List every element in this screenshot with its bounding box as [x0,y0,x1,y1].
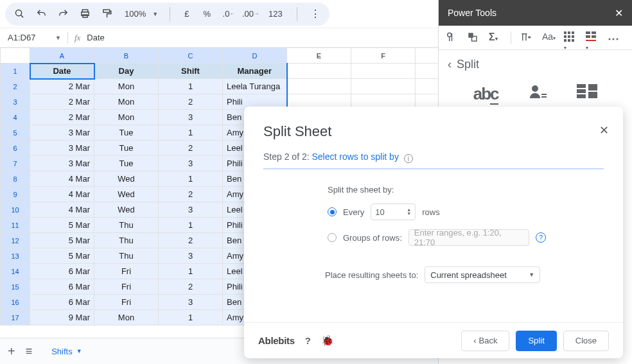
zoom-dropdown[interactable]: 100% ▼ [122,9,158,19]
cell[interactable]: 6 Mar [30,264,94,279]
cell[interactable]: 3 [159,156,223,171]
row-header[interactable]: 13 [1,248,30,264]
split-names-icon[interactable] [529,84,547,104]
option-groups-row[interactable]: Groups of rows: Enter ranges, e.g. 1:20,… [328,229,546,246]
close-button[interactable]: Close [563,331,609,351]
col-header[interactable]: A [30,48,94,64]
name-box[interactable]: A1:D67 [5,31,51,44]
row-header[interactable]: 17 [1,310,30,325]
row-header[interactable]: 8 [1,171,30,187]
col-header[interactable]: E [287,48,351,64]
dedupe-tool-icon[interactable] [467,31,480,44]
cell[interactable]: 2 Mar [30,110,94,125]
row-header[interactable]: 11 [1,218,30,233]
split-text-icon[interactable]: abc [473,84,498,104]
cell[interactable]: 2 [159,233,223,248]
cell[interactable]: Fri [94,279,159,295]
close-icon[interactable]: ✕ [599,123,609,137]
cell[interactable]: 3 Mar [30,141,94,156]
cell[interactable]: 1 [159,218,223,233]
print-icon[interactable] [78,8,91,21]
groups-input[interactable]: Enter ranges, e.g. 1:20, 21:70 [408,229,529,246]
cell[interactable]: 2 Mar [30,79,94,94]
row-header[interactable]: 14 [1,264,30,279]
select-all-corner[interactable] [1,48,30,64]
fx-icon[interactable]: fx [75,33,80,43]
col-header[interactable] [416,48,439,64]
text-tool-icon[interactable] [520,31,533,44]
row-header[interactable]: 1 [1,64,30,79]
cell[interactable]: Date [30,64,94,79]
panel-breadcrumb[interactable]: ‹ Split [439,50,632,79]
cell[interactable]: Mon [94,310,159,325]
number-format-dropdown[interactable]: 123 [266,9,285,19]
cell[interactable] [351,64,416,79]
cell[interactable] [287,79,351,94]
chevron-down-icon[interactable]: ▼ [55,35,61,41]
help-icon[interactable]: ? [536,232,546,243]
step-link[interactable]: Select rows to split by [312,152,399,162]
cell[interactable]: 5 Mar [30,248,94,264]
cell[interactable]: 3 [159,295,223,310]
redo-icon[interactable] [57,8,69,21]
cell[interactable] [287,64,351,79]
cell[interactable] [416,79,439,94]
cell[interactable]: 2 [159,187,223,202]
percent-button[interactable]: % [200,9,213,19]
row-header[interactable]: 16 [1,295,30,310]
row-header[interactable]: 10 [1,202,30,218]
increase-decimal-icon[interactable]: .00→ [244,8,257,21]
font-tool-icon[interactable]: Aa▾ [542,31,555,44]
cell[interactable]: 2 [159,94,223,110]
cell[interactable]: Shift [159,64,223,79]
cell[interactable]: 4 Mar [30,202,94,218]
col-header[interactable]: C [159,48,223,64]
cell[interactable]: Mon [94,110,159,125]
sheet-tab-active[interactable]: Shifts ▼ [42,342,91,361]
cell[interactable]: Manager [223,64,287,79]
cell[interactable]: 3 [159,202,223,218]
info-icon[interactable]: i [404,154,413,163]
row-header[interactable]: 12 [1,233,30,248]
cell[interactable]: Leela Turanga [223,79,287,94]
row-header[interactable]: 3 [1,94,30,110]
smart-tool-icon[interactable] [445,31,458,44]
bug-icon[interactable]: 🐞 [321,334,334,347]
split-button[interactable]: Split [516,331,556,351]
row-header[interactable]: 2 [1,79,30,94]
clear-tool-icon[interactable]: ▾ [586,31,599,44]
cell[interactable]: 1 [159,171,223,187]
search-icon[interactable] [13,8,26,21]
row-header[interactable]: 4 [1,110,30,125]
cell[interactable]: Thu [94,248,159,264]
cell[interactable] [416,64,439,79]
currency-button[interactable]: £ [182,9,191,19]
option-every-row[interactable]: Every 10 ▲▼ rows [328,204,546,220]
sum-tool-icon[interactable]: Σ▾ [489,31,502,44]
cell[interactable]: Fri [94,264,159,279]
cell[interactable]: Wed [94,187,159,202]
close-icon[interactable]: ✕ [615,7,623,19]
cell[interactable]: Wed [94,202,159,218]
cell[interactable]: 6 Mar [30,279,94,295]
cell[interactable]: Thu [94,233,159,248]
col-header[interactable]: B [94,48,159,64]
all-sheets-icon[interactable]: ≡ [26,345,33,358]
row-header[interactable]: 6 [1,141,30,156]
cell[interactable]: Mon [94,79,159,94]
row-header[interactable]: 5 [1,125,30,141]
cell[interactable]: 2 Mar [30,94,94,110]
cell[interactable]: Thu [94,218,159,233]
cell[interactable]: 1 [159,79,223,94]
spinner-icon[interactable]: ▲▼ [407,208,411,216]
back-button[interactable]: ‹Back [461,331,509,351]
cell[interactable]: 6 Mar [30,295,94,310]
cell[interactable]: Fri [94,295,159,310]
radio-groups[interactable] [328,233,337,242]
cell[interactable]: Mon [94,94,159,110]
cell[interactable]: 9 Mar [30,310,94,325]
more-icon[interactable]: ⋮ [309,8,322,21]
cell[interactable]: 5 Mar [30,218,94,233]
cell[interactable]: Tue [94,125,159,141]
every-n-input[interactable]: 10 ▲▼ [371,204,416,220]
